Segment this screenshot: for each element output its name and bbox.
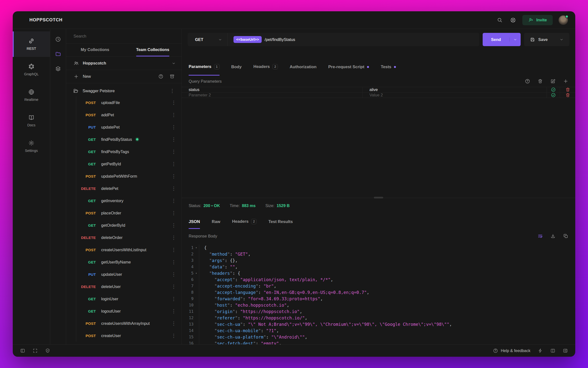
param-key-input[interactable]: Parameter 2 <box>182 92 363 98</box>
param-key-input[interactable]: status <box>182 87 363 92</box>
help-circle-icon[interactable] <box>157 73 164 80</box>
param-delete-trash-icon[interactable] <box>560 87 575 92</box>
support-lifebuoy-icon[interactable] <box>508 15 518 25</box>
param-enabled-check-icon[interactable] <box>547 92 560 98</box>
tab-tests[interactable]: Tests <box>381 65 396 76</box>
request-item-getPetById[interactable]: GETgetPetById⋮ <box>76 158 182 170</box>
split-columns-icon[interactable] <box>550 348 555 353</box>
kebab-menu-icon[interactable]: ⋮ <box>170 259 178 265</box>
history-clock-icon[interactable] <box>55 36 61 42</box>
response-tab-json[interactable]: JSON <box>189 219 200 229</box>
fullscreen-icon[interactable] <box>33 348 38 353</box>
kebab-menu-icon[interactable]: ⋮ <box>170 100 178 105</box>
import-export-archive-icon[interactable] <box>168 73 176 80</box>
kebab-menu-icon[interactable]: ⋮ <box>170 235 178 240</box>
shortcuts-zap-icon[interactable] <box>538 348 543 353</box>
request-item-updatePet[interactable]: PUTupdatePet⋮ <box>76 121 182 133</box>
kebab-menu-icon[interactable]: ⋮ <box>170 173 178 179</box>
toggle-sidebar-icon[interactable] <box>20 348 25 353</box>
tab-headers[interactable]: Headers2 <box>253 64 278 76</box>
request-item-deleteUser[interactable]: DELETEdeleteUser⋮ <box>76 280 182 293</box>
sidebar-item-settings[interactable]: Settings <box>13 133 50 159</box>
tab-pre-request-script[interactable]: Pre-request Script <box>328 65 369 76</box>
bulk-edit-icon[interactable] <box>550 79 556 84</box>
param-value-input[interactable]: Value 2 <box>363 92 547 98</box>
avatar[interactable] <box>559 15 568 25</box>
tab-my-collections[interactable]: My Collections <box>66 43 124 56</box>
kebab-menu-icon[interactable]: ⋮ <box>170 161 178 167</box>
kebab-menu-icon[interactable]: ⋮ <box>170 308 178 314</box>
request-item-placeOrder[interactable]: POSTplaceOrder⋮ <box>76 207 182 219</box>
tab-body[interactable]: Body <box>231 65 242 76</box>
response-tab-raw[interactable]: Raw <box>212 219 220 229</box>
line-wrap-icon[interactable] <box>538 233 543 239</box>
environments-layers-icon[interactable] <box>55 66 61 72</box>
request-item-deletePet[interactable]: DELETEdeletePet⋮ <box>76 182 182 195</box>
help-circle-icon[interactable] <box>525 79 530 84</box>
kebab-menu-icon[interactable]: ⋮ <box>170 149 178 155</box>
add-parameter-plus-icon[interactable] <box>563 79 568 84</box>
request-item-findPetsByStatus[interactable]: GETfindPetsByStatus⋮ <box>76 133 182 145</box>
request-item-createUser[interactable]: POSTcreateUser⋮ <box>76 329 182 342</box>
collections-folder-icon[interactable] <box>55 51 61 57</box>
send-options-chevron[interactable] <box>509 38 521 41</box>
tab-team-collections[interactable]: Team Collections <box>124 43 182 56</box>
request-item-uploadFile[interactable]: POSTuploadFile⋮ <box>76 96 182 109</box>
request-item-deleteOrder[interactable]: DELETEdeleteOrder⋮ <box>76 231 182 244</box>
request-item-findPetsByTags[interactable]: GETfindPetsByTags⋮ <box>76 145 182 158</box>
interceptor-shield-icon[interactable] <box>45 348 50 353</box>
param-delete-trash-icon[interactable] <box>560 92 575 98</box>
request-item-createUsersWithListInput[interactable]: POSTcreateUsersWithListInput⋮ <box>76 244 182 256</box>
kebab-menu-icon[interactable]: ⋮ <box>170 198 178 204</box>
request-item-createUsersWithArrayInput[interactable]: POSTcreateUsersWithArrayInput⋮ <box>76 317 182 329</box>
kebab-menu-icon[interactable]: ⋮ <box>170 210 178 216</box>
kebab-menu-icon[interactable]: ⋮ <box>170 271 178 277</box>
url-input[interactable]: <<baseUrl>> /pet/findByStatus <box>228 36 479 43</box>
team-selector[interactable]: Hoppscotch <box>66 57 182 70</box>
method-select[interactable]: GET <box>188 33 228 46</box>
request-item-updateUser[interactable]: PUTupdateUser⋮ <box>76 268 182 280</box>
tab-authorization[interactable]: Authorization <box>290 65 317 76</box>
kebab-menu-icon[interactable]: ⋮ <box>170 124 178 130</box>
kebab-menu-icon[interactable]: ⋮ <box>170 247 178 253</box>
send-button[interactable]: Send <box>483 33 521 46</box>
delete-all-trash-icon[interactable] <box>538 79 543 84</box>
request-item-getOrderById[interactable]: GETgetOrderById⋮ <box>76 219 182 231</box>
collections-search-input[interactable] <box>74 34 174 39</box>
response-tab-test-results[interactable]: Test Results <box>268 219 293 229</box>
param-enabled-check-icon[interactable] <box>547 87 560 92</box>
kebab-menu-icon[interactable]: ⋮ <box>170 222 178 228</box>
request-item-getUserByName[interactable]: GETgetUserByName⋮ <box>76 256 182 268</box>
kebab-menu-icon[interactable]: ⋮ <box>170 320 178 326</box>
copy-response-icon[interactable] <box>563 233 568 239</box>
search-icon[interactable] <box>495 15 505 25</box>
kebab-menu-icon[interactable]: ⋮ <box>170 284 178 289</box>
download-response-icon[interactable] <box>550 233 556 239</box>
request-item-updatePetWithForm[interactable]: POSTupdatePetWithForm⋮ <box>76 170 182 182</box>
request-item-loginUser[interactable]: GETloginUser⋮ <box>76 293 182 305</box>
sidebar-item-rest[interactable]: REST <box>13 31 50 57</box>
kebab-menu-icon[interactable]: ⋮ <box>170 333 178 339</box>
kebab-menu-icon[interactable]: ⋮ <box>170 136 178 142</box>
fold-arrow-icon[interactable]: ▾ <box>194 270 199 276</box>
plus-icon[interactable] <box>74 74 79 79</box>
invite-button[interactable]: Invite <box>522 15 553 25</box>
collapse-right-panel-icon[interactable] <box>563 348 568 353</box>
save-button[interactable]: Save <box>524 33 569 46</box>
kebab-menu-icon[interactable]: ⋮ <box>168 88 176 94</box>
kebab-menu-icon[interactable]: ⋮ <box>170 112 178 118</box>
kebab-menu-icon[interactable]: ⋮ <box>170 296 178 302</box>
request-item-addPet[interactable]: POSTaddPet⋮ <box>76 109 182 121</box>
sidebar-item-docs[interactable]: Docs <box>13 108 50 133</box>
param-value-input[interactable]: alive <box>363 87 547 92</box>
kebab-menu-icon[interactable]: ⋮ <box>170 185 178 191</box>
resize-handle[interactable] <box>374 197 383 198</box>
tab-parameters[interactable]: Parameters1 <box>189 64 220 76</box>
fold-arrow-icon[interactable]: ▾ <box>194 245 199 251</box>
request-item-getInventory[interactable]: GETgetInventory⋮ <box>76 195 182 207</box>
response-body-editor[interactable]: 1▾{2 "method": "GET",3 "args": {},4 "dat… <box>182 243 575 344</box>
new-collection-button[interactable]: New <box>83 74 91 79</box>
sidebar-item-graphql[interactable]: GraphQL <box>13 57 50 82</box>
collection-folder[interactable]: Swagger Petstore⋮ <box>66 85 182 96</box>
response-tab-headers[interactable]: Headers2 <box>232 219 257 229</box>
